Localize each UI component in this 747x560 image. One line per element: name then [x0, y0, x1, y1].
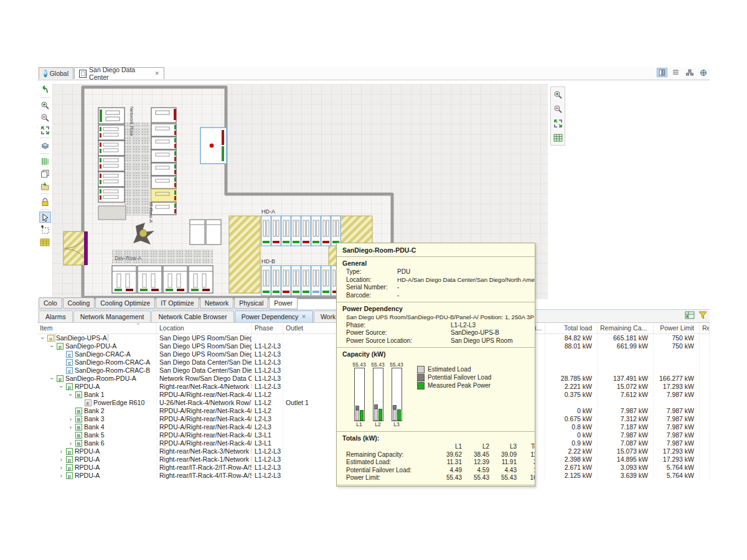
power-limit-cell — [654, 350, 700, 358]
pdu-icon: p — [66, 383, 73, 390]
tab-global[interactable]: Global — [39, 67, 73, 79]
grid-value: 39.09 — [489, 451, 517, 459]
zoom-fit-icon[interactable] — [552, 118, 564, 129]
item-label: SanDiego-Room-CRAC-B — [75, 366, 150, 375]
tab-network-cable-browser[interactable]: Network Cable Browser — [151, 310, 233, 322]
zoom-out-icon[interactable] — [39, 112, 51, 123]
tree-expand-icon[interactable]: › — [59, 464, 64, 472]
total-load-cell — [545, 366, 598, 375]
re-cell — [700, 383, 710, 391]
report-view-icon[interactable] — [685, 311, 695, 320]
grid-value: 117.15 — [517, 451, 535, 459]
grid-row-label: Remaining Capacity: — [342, 451, 435, 459]
power-limit-cell: 7.987 kW — [654, 423, 700, 431]
remaining-capacity-cell: 7.987 kW — [598, 407, 654, 415]
network-row-racks[interactable] — [98, 108, 125, 202]
tree-collapse-icon[interactable]: › — [48, 376, 56, 381]
measure-icon[interactable] — [39, 156, 51, 167]
remaining-capacity-cell: 7.087 kW — [598, 439, 654, 447]
storage-room-unit[interactable] — [200, 128, 227, 164]
power-source-location-value: San Diego UPS Room — [451, 337, 513, 345]
tab-it-optimize[interactable]: IT Optimize — [156, 297, 199, 309]
power-limit-cell: 17.293 kW — [654, 383, 700, 391]
copy-view-icon[interactable] — [39, 168, 51, 179]
globe-settings-icon[interactable] — [698, 68, 708, 77]
list-view-icon[interactable] — [670, 68, 681, 77]
lock-icon[interactable] — [39, 196, 51, 207]
power-limit-cell: 17.293 kW — [654, 455, 700, 464]
undo-icon[interactable] — [39, 84, 51, 95]
grid-value: 12.39 — [462, 459, 489, 467]
item-label: RPDU-A — [75, 383, 100, 391]
hd-a-racks[interactable] — [261, 216, 341, 246]
close-tab-icon[interactable]: ✕ — [154, 70, 159, 77]
re-cell — [700, 439, 710, 447]
tile-grid-icon[interactable] — [39, 236, 51, 248]
phase-cell: L1-L2-L3 — [252, 342, 283, 350]
tab-network[interactable]: Network — [200, 297, 234, 309]
tree-expand-icon[interactable]: › — [59, 455, 64, 464]
item-label: Bank 5 — [84, 431, 105, 439]
zoom-fit-icon[interactable] — [39, 124, 51, 136]
tree-collapse-icon[interactable]: › — [39, 335, 47, 341]
legend-grid-icon[interactable] — [552, 132, 564, 143]
remaining-capacity-cell: 15.073 kW — [598, 447, 654, 455]
tree-collapse-icon[interactable]: › — [67, 392, 75, 398]
tree-collapse-icon[interactable]: › — [48, 343, 56, 349]
layers-icon[interactable] — [39, 140, 51, 151]
export-view-icon[interactable] — [39, 180, 51, 192]
hd-b-racks[interactable] — [261, 266, 341, 296]
tab-cooling[interactable]: Cooling — [63, 297, 95, 309]
tree-expand-icon[interactable]: › — [59, 472, 64, 480]
zoom-in-icon[interactable] — [39, 100, 51, 111]
zoom-in-icon[interactable] — [552, 89, 564, 100]
tab-network-management[interactable]: Network Management — [73, 310, 151, 322]
tab-san-diego-data-center[interactable]: San Diego Data Center ✕ — [74, 67, 164, 79]
pdu-icon: p — [66, 472, 73, 479]
zoom-out-icon[interactable] — [552, 103, 564, 114]
tree-expand-icon[interactable]: › — [68, 423, 73, 431]
grid-row-label: Estimated Load: — [342, 459, 435, 467]
tab-power-dependency[interactable]: Power Dependency✕ — [235, 310, 313, 322]
tab-power[interactable]: Power — [269, 297, 298, 309]
remaining-capacity-cell: 3.639 kW — [598, 472, 654, 480]
hierarchy-view-icon[interactable] — [684, 68, 695, 77]
tab-global-label: Global — [50, 70, 68, 77]
grid-value: 55.43 — [435, 474, 462, 482]
select-pointer-icon[interactable] — [39, 212, 51, 223]
grid-value: 35.61 — [517, 459, 535, 467]
hd-a-label: HD-A — [261, 208, 275, 215]
total-load-cell: 2.22 kW — [545, 447, 598, 455]
it-row-racks[interactable] — [151, 108, 176, 215]
filter-icon[interactable] — [698, 311, 707, 320]
re-cell — [700, 366, 710, 375]
tab-physical[interactable]: Physical — [234, 297, 268, 309]
outlet-cell — [283, 472, 339, 480]
grid-value: 4.59 — [462, 467, 489, 475]
tab-colo[interactable]: Colo — [39, 297, 62, 309]
total-load-cell — [545, 350, 598, 358]
tree-expand-icon[interactable]: › — [68, 439, 73, 447]
equip-icon: E — [85, 399, 92, 406]
total-load-cell: 2.125 kW — [545, 472, 598, 480]
outlet-cell — [283, 375, 339, 383]
outlet-cell — [283, 383, 339, 391]
tab-alarms[interactable]: Alarms — [39, 310, 73, 322]
location-cell: Right-rear/IT-Rack-2/IT-Row-A/Sa... — [157, 464, 252, 472]
marquee-select-icon[interactable] — [39, 224, 51, 235]
outlet-cell — [283, 423, 339, 431]
outlet-cell: Outlet 1 — [283, 399, 339, 407]
grid-value: 38.45 — [462, 451, 489, 459]
re-cell — [700, 431, 710, 439]
close-tab-icon[interactable]: ✕ — [301, 314, 306, 320]
grid-value: 55.43 — [462, 474, 489, 482]
tab-cooling-optimize[interactable]: Cooling Optimize — [95, 297, 155, 309]
re-cell — [700, 334, 710, 342]
total-load-cell: 88.01 kW — [545, 342, 598, 350]
bank-icon: B — [75, 391, 82, 398]
tree-expand-icon[interactable]: › — [68, 415, 73, 423]
outlet-cell — [283, 358, 339, 366]
tree-expand-icon[interactable]: › — [59, 447, 64, 455]
tree-collapse-icon[interactable]: › — [57, 384, 65, 390]
panel-view-icon[interactable] — [657, 68, 667, 77]
